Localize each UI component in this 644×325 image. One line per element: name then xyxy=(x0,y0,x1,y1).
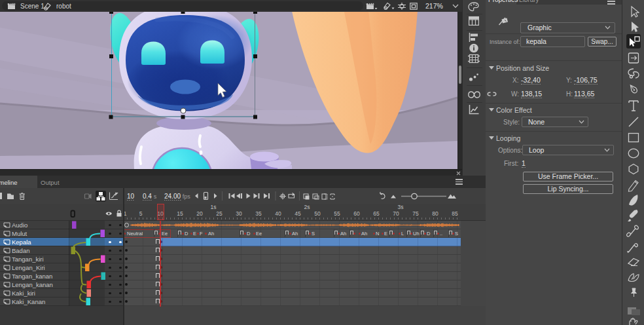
svg-text:10: 10 xyxy=(127,193,135,200)
svg-text:0.4 s: 0.4 s xyxy=(143,193,157,200)
svg-text:24.00 fps: 24.00 fps xyxy=(164,193,190,200)
